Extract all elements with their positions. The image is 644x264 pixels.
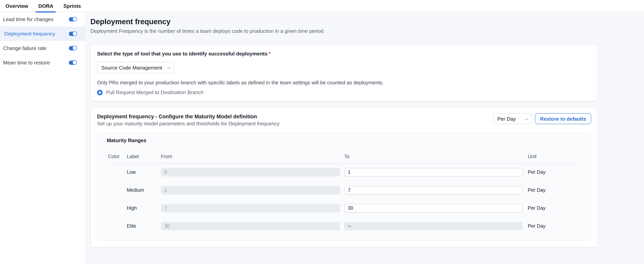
row-label: Elite [126, 223, 161, 229]
sidebar-item-label: Mean time to restore [3, 60, 50, 65]
low-to-input[interactable] [344, 168, 523, 176]
elite-from-input [161, 222, 340, 230]
maturity-model-card: Deployment frequency - Configure the Mat… [90, 107, 598, 248]
column-header-to: To [344, 154, 523, 159]
table-header-row: Color Label From To Unit [107, 154, 582, 159]
row-unit: Per Day [528, 223, 582, 229]
maturity-card-header: Deployment frequency - Configure the Mat… [97, 113, 591, 127]
page: Overview DORA Sprints Lead time for chan… [0, 0, 644, 264]
tool-select-label-text: Select the type of tool that you use to … [97, 51, 268, 57]
maturity-controls: Per Day Restore to defaults [493, 113, 592, 124]
row-unit: Per Day [528, 205, 582, 211]
maturity-ranges-panel: Maturity Ranges Color Label From To Unit… [97, 132, 591, 241]
maturity-subtitle: Set up your maturity model parameters an… [97, 121, 279, 127]
chevron-down-icon [525, 116, 528, 120]
medium-to-input[interactable] [344, 186, 523, 194]
unit-select-value: Per Day [498, 116, 516, 122]
page-title: Deployment frequency [90, 17, 598, 26]
medium-from-input [161, 186, 340, 194]
column-header-from: From [161, 154, 340, 159]
pr-merged-radio[interactable] [97, 90, 102, 95]
sidebar-item-label: Change failure rate [3, 45, 46, 51]
high-to-input[interactable] [344, 204, 523, 212]
tab-dora[interactable]: DORA [38, 0, 54, 12]
low-from-input [161, 168, 340, 176]
required-asterisk: * [268, 51, 270, 57]
change-failure-rate-toggle[interactable] [69, 46, 77, 50]
mean-time-to-restore-toggle[interactable] [69, 60, 77, 65]
metrics-sidebar: Lead time for changes Deployment frequen… [0, 12, 86, 264]
toggle-knob [72, 45, 77, 50]
maturity-ranges-title: Maturity Ranges [107, 137, 582, 144]
table-row-elite: Elite Per Day [107, 222, 582, 230]
high-from-input [161, 204, 340, 212]
toggle-knob [72, 60, 77, 65]
tab-sprints[interactable]: Sprints [64, 0, 81, 12]
row-label: Low [126, 169, 161, 175]
pr-merged-radio-label: Pull Request Merged to Destination Branc… [106, 89, 204, 95]
tool-helper-text: Only PRs merged to your production branc… [97, 80, 591, 86]
table-row-medium: Medium Per Day [107, 186, 582, 194]
table-row-high: High Per Day [107, 204, 582, 212]
row-unit: Per Day [528, 169, 582, 175]
lead-time-toggle[interactable] [69, 17, 77, 21]
sidebar-item-mean-time-to-restore[interactable]: Mean time to restore [0, 55, 85, 70]
maturity-title: Deployment frequency - Configure the Mat… [97, 113, 279, 120]
table-header-divider [107, 163, 582, 164]
row-label: High [126, 205, 161, 211]
radio-row: Pull Request Merged to Destination Branc… [97, 89, 591, 95]
sidebar-item-change-failure-rate[interactable]: Change failure rate [0, 41, 85, 55]
row-label: Medium [126, 187, 161, 193]
column-header-label: Label [126, 154, 161, 159]
tool-selection-card: Select the type of tool that you use to … [90, 44, 598, 101]
top-tab-bar: Overview DORA Sprints [0, 0, 644, 12]
sidebar-item-deployment-frequency[interactable]: Deployment frequency [0, 26, 85, 41]
deployment-frequency-toggle[interactable] [69, 31, 77, 36]
unit-select[interactable]: Per Day [493, 113, 532, 124]
chevron-down-icon [167, 65, 171, 69]
maturity-header-text: Deployment frequency - Configure the Mat… [97, 113, 279, 127]
toggle-knob [72, 17, 77, 21]
elite-to-input [344, 222, 523, 230]
column-header-unit: Unit [528, 154, 582, 159]
tool-type-select-value: Source Code Management [101, 65, 162, 70]
table-row-low: Low Per Day [107, 168, 582, 176]
sidebar-item-lead-time[interactable]: Lead time for changes [0, 12, 85, 26]
tool-select-label: Select the type of tool that you use to … [97, 51, 591, 57]
maturity-rows: Low Per Day Medium Per Day [107, 168, 582, 230]
tool-type-select[interactable]: Source Code Management [97, 62, 174, 73]
page-subtitle: Deployment Frequency is the number of ti… [90, 28, 598, 34]
column-header-color: Color [107, 154, 126, 159]
sidebar-item-label: Lead time for changes [3, 16, 54, 22]
toggle-knob [72, 31, 77, 36]
row-unit: Per Day [528, 187, 582, 193]
sidebar-item-label: Deployment frequency [3, 31, 55, 36]
main-content: Deployment frequency Deployment Frequenc… [86, 12, 644, 264]
tab-overview[interactable]: Overview [6, 0, 28, 12]
restore-defaults-button[interactable]: Restore to defaults [535, 113, 592, 124]
